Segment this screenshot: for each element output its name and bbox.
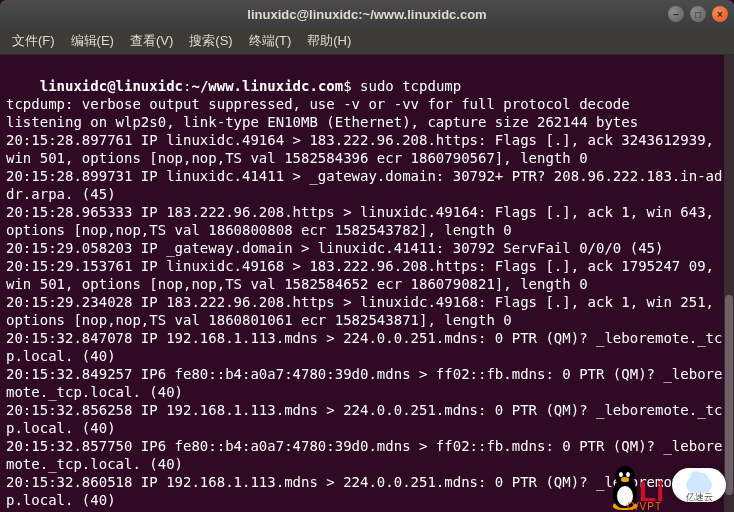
command-text: sudo tcpdump: [360, 78, 461, 94]
prompt-path: ~/www.linuxidc.com: [191, 78, 343, 94]
terminal-output[interactable]: linuxidc@linuxidc:~/www.linuxidc.com$ su…: [0, 55, 734, 512]
output-line: 20:15:32.856258 IP 192.168.1.113.mdns > …: [6, 402, 722, 436]
output-line: 20:15:32.860518 IP 192.168.1.113.mdns > …: [6, 474, 722, 508]
close-button[interactable]: ×: [712, 6, 728, 22]
output-line: 20:15:29.234028 IP 183.222.96.208.https …: [6, 294, 722, 328]
menu-help[interactable]: 帮助(H): [301, 29, 357, 53]
scrollbar-thumb[interactable]: [725, 295, 733, 495]
prompt-sigil: $: [343, 78, 351, 94]
output-line: 20:15:32.847078 IP 192.168.1.113.mdns > …: [6, 330, 722, 364]
prompt-userhost: linuxidc@linuxidc: [40, 78, 183, 94]
menu-search[interactable]: 搜索(S): [183, 29, 238, 53]
output-line: tcpdump: verbose output suppressed, use …: [6, 96, 630, 112]
minimize-button[interactable]: –: [668, 6, 684, 22]
menubar: 文件(F) 编辑(E) 查看(V) 搜索(S) 终端(T) 帮助(H): [0, 28, 734, 55]
menu-view[interactable]: 查看(V): [124, 29, 179, 53]
vertical-scrollbar[interactable]: [724, 55, 734, 512]
window-controls: – □ ×: [668, 6, 728, 22]
menu-file[interactable]: 文件(F): [6, 29, 61, 53]
output-line: 20:15:28.897761 IP linuxidc.49164 > 183.…: [6, 132, 722, 166]
output-line: 20:15:29.153761 IP linuxidc.49168 > 183.…: [6, 258, 722, 292]
menu-edit[interactable]: 编辑(E): [65, 29, 120, 53]
menu-terminal[interactable]: 终端(T): [243, 29, 298, 53]
maximize-button[interactable]: □: [690, 6, 706, 22]
output-line: 20:15:28.899731 IP linuxidc.41411 > _gat…: [6, 168, 722, 202]
output-line: 20:15:32.849257 IP6 fe80::b4:a0a7:4780:3…: [6, 366, 722, 400]
output-line: 20:15:29.058203 IP _gateway.domain > lin…: [6, 240, 663, 256]
output-line: listening on wlp2s0, link-type EN10MB (E…: [6, 114, 638, 130]
output-line: 20:15:32.857750 IP6 fe80::b4:a0a7:4780:3…: [6, 438, 722, 472]
titlebar: linuxidc@linuxidc:~/www.linuxidc.com – □…: [0, 0, 734, 28]
window-title: linuxidc@linuxidc:~/www.linuxidc.com: [247, 7, 486, 22]
output-line: 20:15:28.965333 IP 183.222.96.208.https …: [6, 204, 722, 238]
terminal-window: linuxidc@linuxidc:~/www.linuxidc.com – □…: [0, 0, 734, 512]
